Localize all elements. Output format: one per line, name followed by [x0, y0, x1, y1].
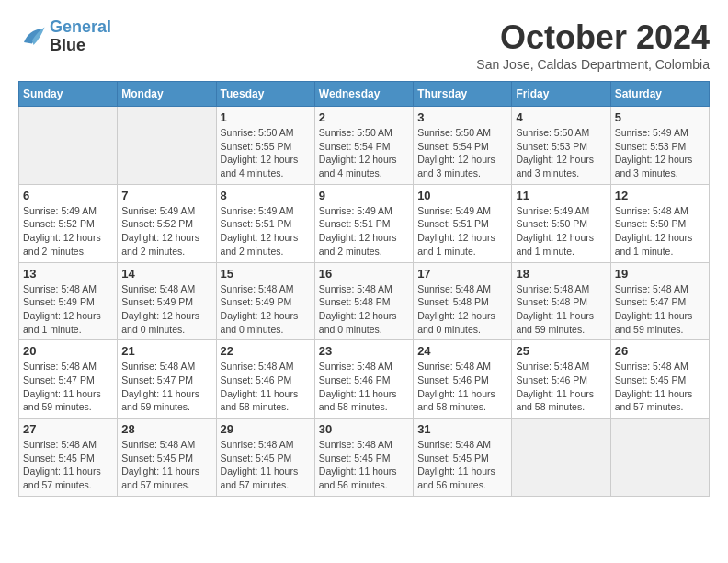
day-info: Sunrise: 5:48 AM Sunset: 5:49 PM Dayligh… [121, 282, 211, 337]
day-of-week-header: Thursday [414, 82, 512, 107]
calendar-cell [610, 419, 709, 497]
logo-text: General Blue [50, 18, 111, 55]
day-number: 14 [121, 267, 211, 281]
calendar-week-row: 6Sunrise: 5:49 AM Sunset: 5:52 PM Daylig… [19, 184, 710, 262]
day-of-week-header: Friday [512, 82, 610, 107]
calendar-header-row: SundayMondayTuesdayWednesdayThursdayFrid… [19, 82, 710, 107]
day-info: Sunrise: 5:48 AM Sunset: 5:46 PM Dayligh… [221, 360, 311, 414]
day-info: Sunrise: 5:48 AM Sunset: 5:48 PM Dayligh… [516, 282, 606, 337]
day-number: 22 [221, 344, 311, 358]
day-of-week-header: Monday [118, 82, 216, 107]
day-number: 12 [615, 189, 705, 202]
day-number: 20 [23, 344, 113, 358]
day-info: Sunrise: 5:48 AM Sunset: 5:46 PM Dayligh… [516, 360, 606, 414]
day-info: Sunrise: 5:48 AM Sunset: 5:48 PM Dayligh… [319, 282, 409, 337]
calendar-cell: 23Sunrise: 5:48 AM Sunset: 5:46 PM Dayli… [314, 340, 413, 419]
day-info: Sunrise: 5:48 AM Sunset: 5:45 PM Dayligh… [417, 438, 507, 492]
day-info: Sunrise: 5:48 AM Sunset: 5:45 PM Dayligh… [23, 438, 113, 492]
logo: General Blue [18, 18, 111, 55]
day-number: 21 [121, 344, 211, 358]
title-area: October 2024 San Jose, Caldas Department… [476, 18, 710, 72]
day-number: 1 [221, 110, 311, 124]
day-number: 10 [417, 189, 507, 202]
day-info: Sunrise: 5:48 AM Sunset: 5:48 PM Dayligh… [417, 282, 507, 337]
day-number: 28 [121, 422, 211, 436]
calendar-cell [19, 107, 118, 185]
calendar-cell: 19Sunrise: 5:48 AM Sunset: 5:47 PM Dayli… [610, 262, 709, 340]
calendar-cell: 4Sunrise: 5:50 AM Sunset: 5:53 PM Daylig… [512, 107, 610, 185]
day-number: 17 [417, 267, 507, 281]
day-number: 15 [221, 267, 311, 281]
day-number: 3 [417, 110, 507, 124]
calendar-cell: 16Sunrise: 5:48 AM Sunset: 5:48 PM Dayli… [314, 262, 413, 340]
day-info: Sunrise: 5:48 AM Sunset: 5:47 PM Dayligh… [23, 360, 113, 414]
calendar-cell: 13Sunrise: 5:48 AM Sunset: 5:49 PM Dayli… [19, 262, 118, 340]
calendar-cell [118, 107, 216, 185]
calendar-cell: 27Sunrise: 5:48 AM Sunset: 5:45 PM Dayli… [19, 419, 118, 497]
day-info: Sunrise: 5:48 AM Sunset: 5:47 PM Dayligh… [615, 282, 705, 337]
day-number: 13 [23, 267, 113, 281]
calendar-week-row: 27Sunrise: 5:48 AM Sunset: 5:45 PM Dayli… [19, 419, 710, 497]
day-number: 9 [319, 189, 409, 202]
page-header: General Blue October 2024 San Jose, Cald… [18, 18, 710, 72]
calendar-table: SundayMondayTuesdayWednesdayThursdayFrid… [18, 81, 710, 497]
subtitle: San Jose, Caldas Department, Colombia [476, 57, 710, 72]
day-number: 11 [516, 189, 606, 202]
calendar-cell: 22Sunrise: 5:48 AM Sunset: 5:46 PM Dayli… [216, 340, 314, 419]
day-info: Sunrise: 5:48 AM Sunset: 5:50 PM Dayligh… [615, 204, 705, 259]
day-info: Sunrise: 5:48 AM Sunset: 5:49 PM Dayligh… [221, 282, 311, 337]
calendar-cell: 9Sunrise: 5:49 AM Sunset: 5:51 PM Daylig… [314, 184, 413, 262]
day-number: 7 [121, 189, 211, 202]
calendar-cell: 30Sunrise: 5:48 AM Sunset: 5:45 PM Dayli… [314, 419, 413, 497]
day-info: Sunrise: 5:48 AM Sunset: 5:47 PM Dayligh… [121, 360, 211, 414]
day-number: 27 [23, 422, 113, 436]
day-number: 19 [615, 267, 705, 281]
day-number: 24 [417, 344, 507, 358]
calendar-cell: 3Sunrise: 5:50 AM Sunset: 5:54 PM Daylig… [414, 107, 512, 185]
day-info: Sunrise: 5:48 AM Sunset: 5:45 PM Dayligh… [121, 438, 211, 492]
day-number: 18 [516, 267, 606, 281]
day-info: Sunrise: 5:49 AM Sunset: 5:52 PM Dayligh… [121, 204, 211, 259]
day-number: 25 [516, 344, 606, 358]
day-info: Sunrise: 5:50 AM Sunset: 5:55 PM Dayligh… [221, 126, 311, 180]
day-number: 5 [615, 110, 705, 124]
day-info: Sunrise: 5:48 AM Sunset: 5:45 PM Dayligh… [319, 438, 409, 492]
month-title: October 2024 [476, 18, 710, 57]
calendar-cell: 1Sunrise: 5:50 AM Sunset: 5:55 PM Daylig… [216, 107, 314, 185]
calendar-cell: 25Sunrise: 5:48 AM Sunset: 5:46 PM Dayli… [512, 340, 610, 419]
calendar-cell [512, 419, 610, 497]
calendar-cell: 12Sunrise: 5:48 AM Sunset: 5:50 PM Dayli… [610, 184, 709, 262]
day-info: Sunrise: 5:49 AM Sunset: 5:52 PM Dayligh… [23, 204, 113, 259]
day-info: Sunrise: 5:49 AM Sunset: 5:53 PM Dayligh… [615, 126, 705, 180]
day-info: Sunrise: 5:50 AM Sunset: 5:53 PM Dayligh… [516, 126, 606, 180]
calendar-cell: 28Sunrise: 5:48 AM Sunset: 5:45 PM Dayli… [118, 419, 216, 497]
day-info: Sunrise: 5:48 AM Sunset: 5:49 PM Dayligh… [23, 282, 113, 337]
calendar-cell: 24Sunrise: 5:48 AM Sunset: 5:46 PM Dayli… [414, 340, 512, 419]
day-info: Sunrise: 5:49 AM Sunset: 5:51 PM Dayligh… [221, 204, 311, 259]
calendar-cell: 15Sunrise: 5:48 AM Sunset: 5:49 PM Dayli… [216, 262, 314, 340]
calendar-cell: 31Sunrise: 5:48 AM Sunset: 5:45 PM Dayli… [414, 419, 512, 497]
day-number: 6 [23, 189, 113, 202]
calendar-cell: 20Sunrise: 5:48 AM Sunset: 5:47 PM Dayli… [19, 340, 118, 419]
day-number: 31 [417, 422, 507, 436]
day-of-week-header: Sunday [19, 82, 118, 107]
calendar-week-row: 13Sunrise: 5:48 AM Sunset: 5:49 PM Dayli… [19, 262, 710, 340]
day-number: 29 [221, 422, 311, 436]
day-info: Sunrise: 5:48 AM Sunset: 5:46 PM Dayligh… [319, 360, 409, 414]
calendar-cell: 8Sunrise: 5:49 AM Sunset: 5:51 PM Daylig… [216, 184, 314, 262]
day-info: Sunrise: 5:49 AM Sunset: 5:51 PM Dayligh… [319, 204, 409, 259]
day-info: Sunrise: 5:49 AM Sunset: 5:51 PM Dayligh… [417, 204, 507, 259]
day-of-week-header: Wednesday [314, 82, 413, 107]
calendar-cell: 2Sunrise: 5:50 AM Sunset: 5:54 PM Daylig… [314, 107, 413, 185]
day-number: 26 [615, 344, 705, 358]
day-number: 2 [319, 110, 409, 124]
day-info: Sunrise: 5:50 AM Sunset: 5:54 PM Dayligh… [417, 126, 507, 180]
day-number: 8 [221, 189, 311, 202]
day-info: Sunrise: 5:48 AM Sunset: 5:45 PM Dayligh… [221, 438, 311, 492]
day-of-week-header: Saturday [610, 82, 709, 107]
day-number: 16 [319, 267, 409, 281]
calendar-cell: 18Sunrise: 5:48 AM Sunset: 5:48 PM Dayli… [512, 262, 610, 340]
day-number: 30 [319, 422, 409, 436]
calendar-cell: 21Sunrise: 5:48 AM Sunset: 5:47 PM Dayli… [118, 340, 216, 419]
calendar-cell: 14Sunrise: 5:48 AM Sunset: 5:49 PM Dayli… [118, 262, 216, 340]
